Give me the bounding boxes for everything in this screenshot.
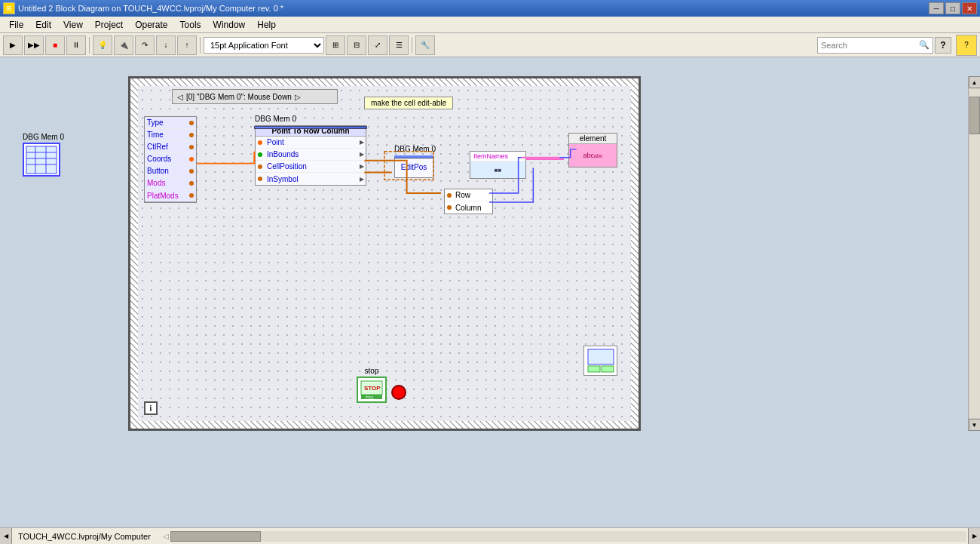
dbg-mem-label-above-ptrc: DBG Mem 0 (255, 115, 296, 123)
terminal-time: Time (145, 129, 196, 141)
svg-rect-0 (26, 146, 57, 174)
svg-rect-7 (588, 366, 600, 372)
column-row: Column (445, 201, 492, 214)
svg-rect-6 (588, 349, 614, 364)
ptrc-point-row: Point ▶ (256, 137, 366, 149)
stop-circle[interactable] (391, 385, 406, 400)
minimize-button[interactable]: ─ (929, 2, 944, 14)
scroll-thumb-v[interactable] (969, 97, 980, 134)
pause-button[interactable]: ⏸ (66, 35, 86, 55)
terminal-type: Type (145, 117, 196, 129)
menu-file[interactable]: File (3, 18, 29, 32)
distribute-button[interactable]: ⊟ (347, 35, 366, 55)
stop-label: stop (357, 367, 387, 375)
search-box: 🔍 (817, 37, 933, 54)
edit-pos-block: EditPos (394, 155, 433, 178)
align-button[interactable]: ⊞ (326, 35, 345, 55)
terminal-platmods: PlatMods (145, 189, 196, 201)
ptrc-inbounds-row: InBounds ▶ (256, 149, 366, 161)
terminal-button: Button (145, 165, 196, 177)
terminal-coords: Coords (145, 153, 196, 165)
row-column-block: Row Column (444, 189, 493, 214)
window-title: Untitled 2 Block Diagram on TOUCH_4WCC.l… (18, 4, 283, 13)
scroll-left-button[interactable]: ◀ (0, 528, 12, 545)
title-bar: ⊞ Untitled 2 Block Diagram on TOUCH_4WCC… (0, 0, 980, 17)
callout-box: make the cell edit-able (364, 97, 453, 109)
stop-block-container: stop STOP TF1 (357, 367, 387, 403)
maximize-button[interactable]: □ (945, 2, 960, 14)
search-icon[interactable]: 🔍 (916, 40, 933, 50)
run-continuously-button[interactable]: ▶▶ (24, 35, 44, 55)
menu-view[interactable]: View (57, 18, 89, 32)
event-bar-arrow-right[interactable]: ▷ (295, 93, 301, 101)
retain-wire-button[interactable]: 🔌 (114, 35, 133, 55)
event-bar-text: [0] "DBG Mem 0": Mouse Down (186, 93, 292, 101)
dbg-mem-itemnames: ItemNames ■■ (470, 151, 526, 179)
run-button[interactable]: ▶ (3, 35, 23, 55)
scroll-right-button[interactable]: ▶ (968, 528, 980, 545)
svg-text:TF1: TF1 (366, 395, 374, 400)
row-row: Row (445, 189, 492, 201)
help-button[interactable]: ? (935, 37, 951, 54)
main-area: DBG Mem 0 ◁ [0] "DB (0, 57, 980, 527)
dbg-mem-icon[interactable] (23, 143, 60, 177)
menu-tools[interactable]: Tools (174, 18, 207, 32)
event-bar-arrow-left[interactable]: ◁ (177, 93, 183, 101)
event-bar[interactable]: ◁ [0] "DBG Mem 0": Mouse Down ▷ (172, 89, 338, 104)
canvas-area[interactable]: DBG Mem 0 ◁ [0] "DB (0, 57, 980, 527)
scroll-thumb-h[interactable] (170, 531, 261, 542)
diagram-cleanup-button[interactable]: 🔧 (415, 35, 435, 55)
callout-text: make the cell edit-able (371, 99, 446, 107)
index-indicator: i (144, 401, 158, 415)
scroll-up-button[interactable]: ▲ (969, 76, 981, 88)
dbg-mem-label: DBG Mem 0 (23, 133, 64, 141)
reorder-button[interactable]: ☰ (389, 35, 409, 55)
scroll-track-h (170, 531, 966, 542)
menu-operate[interactable]: Operate (129, 18, 173, 32)
toolbar: ▶ ▶▶ ■ ⏸ 💡 🔌 ↷ ↓ ↑ 15pt Application Font… (0, 33, 980, 57)
menu-window[interactable]: Window (207, 18, 252, 32)
resize-button[interactable]: ⤢ (368, 35, 387, 55)
menu-edit[interactable]: Edit (29, 18, 57, 32)
app-icon: ⊞ (3, 2, 15, 14)
font-selector[interactable]: 15pt Application Font (204, 37, 324, 54)
step-over-button[interactable]: ↷ (135, 35, 155, 55)
context-help-button[interactable]: ? (956, 35, 977, 56)
separator-3 (412, 37, 412, 54)
separator-1 (89, 37, 90, 54)
scroll-arrow-status: ◁ (163, 532, 169, 540)
svg-rect-8 (602, 366, 614, 372)
step-into-button[interactable]: ↓ (156, 35, 176, 55)
separator-2 (200, 37, 201, 54)
close-button[interactable]: ✕ (962, 2, 977, 14)
status-bar-area: ◀ TOUCH_4WCC.lvproj/My Computer ◁ ▶ (0, 527, 980, 544)
stop-button[interactable]: STOP TF1 (357, 376, 387, 403)
svg-text:STOP: STOP (364, 385, 381, 392)
scroll-down-button[interactable]: ▼ (969, 419, 981, 431)
element-block: element abcabc (568, 133, 617, 168)
menu-project[interactable]: Project (89, 18, 129, 32)
ptrc-insymbol-row: InSymbol ▶ (256, 173, 366, 185)
inner-canvas[interactable]: ◁ [0] "DBG Mem 0": Mouse Down ▷ make the… (138, 86, 631, 421)
mouse-event-block: Type Time CtlRef Coords (144, 116, 197, 203)
scroll-track-v (969, 89, 980, 418)
dbg-mem-small-widget: DBG Mem 0 (23, 133, 64, 177)
terminal-mods: Mods (145, 177, 196, 189)
ptrc-block: Point To Row Column Point ▶ InBounds ▶ (255, 125, 366, 186)
subpanel-icon[interactable] (583, 346, 617, 376)
terminal-ctlref: CtlRef (145, 141, 196, 153)
menu-help[interactable]: Help (251, 18, 282, 32)
step-out-button[interactable]: ↑ (177, 35, 197, 55)
abort-button[interactable]: ■ (45, 35, 65, 55)
status-path: TOUCH_4WCC.lvproj/My Computer (12, 532, 163, 541)
menu-bar: File Edit View Project Operate Tools Win… (0, 17, 980, 33)
diagram-frame: ◁ [0] "DBG Mem 0": Mouse Down ▷ make the… (128, 76, 641, 431)
scrollbar-vertical[interactable]: ▲ ▼ (968, 76, 980, 431)
search-input[interactable] (818, 41, 916, 50)
highlight-button[interactable]: 💡 (93, 35, 112, 55)
dbg-mem-label-editpos: DBG Mem 0 (394, 145, 436, 153)
ptrc-cellpos-row: CellPosition ▶ (256, 161, 366, 173)
